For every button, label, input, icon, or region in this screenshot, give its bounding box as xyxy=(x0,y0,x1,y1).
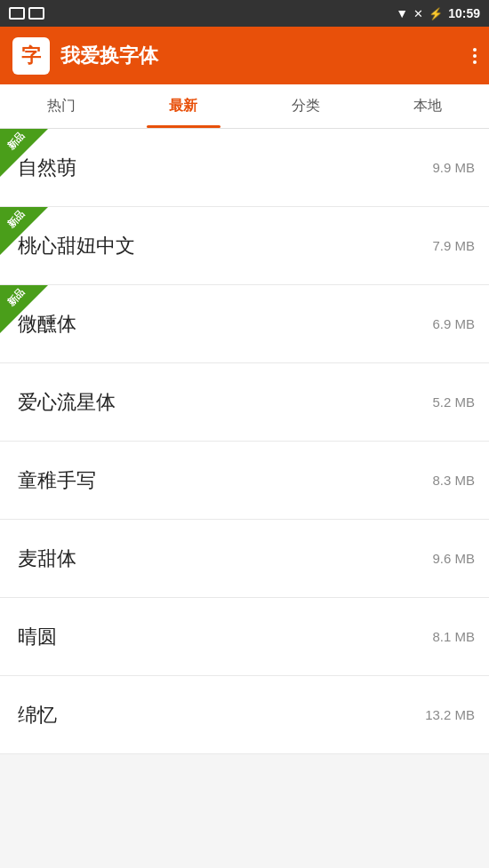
app-header: 字 我爱换字体 xyxy=(0,27,489,84)
font-list-item[interactable]: 新品桃心甜妞中文7.9 MB xyxy=(0,207,489,285)
tab-new[interactable]: 最新 xyxy=(123,84,245,128)
wifi-icon: ▼ xyxy=(396,6,408,20)
signal-icon: ✕ xyxy=(413,7,423,20)
font-name: 微醺体 xyxy=(14,311,432,338)
font-list-item[interactable]: 童稚手写8.3 MB xyxy=(0,442,489,520)
font-size: 6.9 MB xyxy=(432,316,475,331)
app-title: 我爱换字体 xyxy=(60,43,473,69)
font-list-item[interactable]: 新品自然萌9.9 MB xyxy=(0,129,489,207)
font-name: 绵忆 xyxy=(14,702,425,729)
tab-bar: 热门 最新 分类 本地 xyxy=(0,84,489,129)
font-name: 麦甜体 xyxy=(14,545,432,572)
new-badge: 新品 xyxy=(0,129,48,177)
font-size: 9.9 MB xyxy=(432,160,475,175)
menu-button[interactable] xyxy=(473,48,477,64)
font-size: 9.6 MB xyxy=(432,551,475,566)
font-name: 童稚手写 xyxy=(14,467,432,494)
font-list-item[interactable]: 爱心流星体5.2 MB xyxy=(0,363,489,442)
new-badge: 新品 xyxy=(0,285,48,333)
font-size: 13.2 MB xyxy=(425,707,475,722)
status-bar-left xyxy=(9,7,390,20)
new-badge: 新品 xyxy=(0,207,48,255)
tab-local[interactable]: 本地 xyxy=(367,84,490,128)
new-badge-text: 新品 xyxy=(2,285,30,311)
tab-hot[interactable]: 热门 xyxy=(0,84,123,128)
status-time: 10:59 xyxy=(448,6,480,20)
font-name: 晴圆 xyxy=(14,624,432,650)
status-bar: ▼ ✕ ⚡ 10:59 xyxy=(0,0,489,27)
font-list: 新品自然萌9.9 MB新品桃心甜妞中文7.9 MB新品微醺体6.9 MB爱心流星… xyxy=(0,129,489,754)
font-size: 5.2 MB xyxy=(432,394,475,410)
battery-icon: ⚡ xyxy=(429,7,443,20)
font-name: 桃心甜妞中文 xyxy=(14,233,432,259)
font-list-item[interactable]: 麦甜体9.6 MB xyxy=(0,520,489,598)
font-size: 7.9 MB xyxy=(432,238,475,253)
app-logo: 字 xyxy=(12,37,50,75)
font-list-item[interactable]: 晴圆8.1 MB xyxy=(0,598,489,676)
signal-square-2 xyxy=(28,7,44,20)
menu-dot-3 xyxy=(473,60,477,64)
font-list-item[interactable]: 绵忆13.2 MB xyxy=(0,676,489,754)
new-badge-text: 新品 xyxy=(2,129,30,155)
status-icons: ▼ ✕ ⚡ 10:59 xyxy=(396,6,480,20)
font-size: 8.1 MB xyxy=(432,629,475,644)
signal-square-1 xyxy=(9,7,25,20)
menu-dot-2 xyxy=(473,54,477,58)
font-name: 自然萌 xyxy=(14,155,432,181)
app-logo-char: 字 xyxy=(21,43,41,69)
font-list-item[interactable]: 新品微醺体6.9 MB xyxy=(0,285,489,363)
font-size: 8.3 MB xyxy=(432,473,475,488)
new-badge-text: 新品 xyxy=(2,207,30,233)
tab-category[interactable]: 分类 xyxy=(244,84,367,128)
menu-dot-1 xyxy=(473,48,477,52)
font-name: 爱心流星体 xyxy=(14,389,432,416)
